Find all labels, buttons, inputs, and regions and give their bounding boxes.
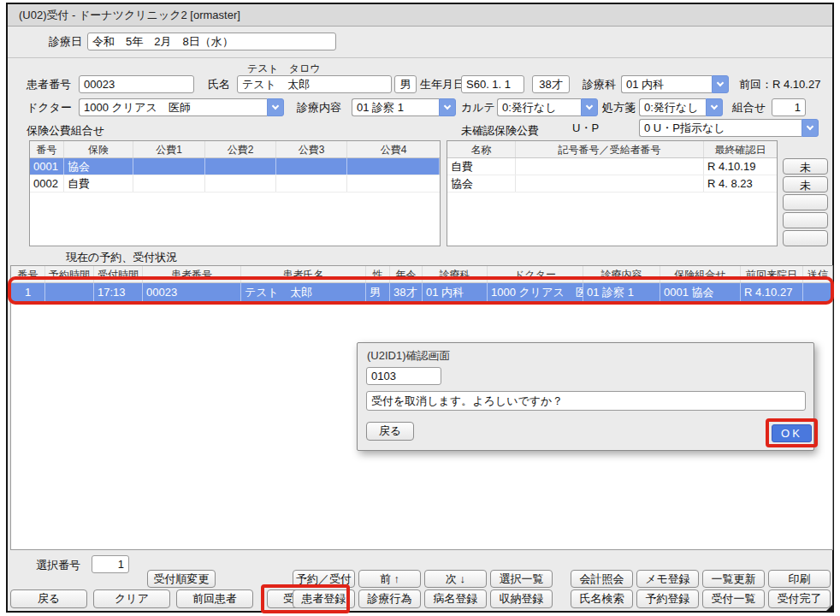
insurance-combo-table: 番号 保険 公費1 公費2 公費3 公費4 0001 協会 0002 自費 <box>29 140 441 246</box>
unconfirmed-table: 名称 記号番号／受給者番号 最終確認日 自費 R 4.10.19 協会 R 4.… <box>447 140 778 246</box>
table-row[interactable]: 0001 協会 <box>30 158 440 175</box>
col-sex: 性 <box>366 266 390 282</box>
col-no: 番号 <box>11 266 45 282</box>
doctor-label: ドクター <box>27 98 72 116</box>
content-dropdown[interactable]: 01 診察 1 <box>352 98 456 116</box>
up-dropdown[interactable]: 0 U・P指示なし <box>639 119 819 137</box>
content-label: 診療内容 <box>297 98 341 116</box>
cell-no: 0001 <box>30 158 64 175</box>
chevron-down-icon <box>586 103 593 110</box>
clear-button[interactable]: クリア <box>93 589 170 608</box>
karte-dropdown[interactable]: 0:発行なし <box>497 98 598 116</box>
unconfirmed-flag-button[interactable]: 未 <box>783 176 828 192</box>
cell-accept-time: 17:13 <box>94 283 143 301</box>
prescription-dropdown[interactable]: 0:発行なし <box>639 98 723 116</box>
title-bar: (U02)受付 - ドーナツクリニック2 [ormaster] <box>8 4 832 27</box>
doctor-value: 1000 クリアス 医師 <box>79 98 267 116</box>
dialog-back-button[interactable]: 戻る <box>366 422 414 441</box>
department-dropdown-arrow[interactable] <box>712 75 729 93</box>
cell-age: 38才 <box>390 283 423 301</box>
table-row[interactable]: 協会 R 4. 8.23 <box>447 175 777 192</box>
app-window: (U02)受付 - ドーナツクリニック2 [ormaster] 診療日 令和 5… <box>6 3 834 613</box>
cell-reserve-time <box>45 283 94 301</box>
department-dropdown[interactable]: 01 内科 <box>621 75 729 93</box>
exam-date-field[interactable]: 令和 5年 2月 8日（水） <box>87 33 336 50</box>
reception-list-button[interactable]: 受付一覧 <box>702 589 765 608</box>
cell-no: 0002 <box>30 175 64 192</box>
back-button[interactable]: 戻る <box>10 589 87 608</box>
col-patient-name: 患者氏名 <box>241 266 366 282</box>
content-dropdown-arrow[interactable] <box>439 98 456 116</box>
dialog-ok-button[interactable]: OK <box>772 424 812 442</box>
col-kohi4: 公費4 <box>347 141 440 157</box>
cell-kohi2 <box>205 175 276 192</box>
reserve-register-button[interactable]: 予約登録 <box>636 589 699 608</box>
col-last-confirmed: 最終確認日 <box>704 141 777 157</box>
cell-patient-no: 00023 <box>143 283 241 301</box>
header-separator <box>8 57 832 58</box>
window-title: (U02)受付 - ドーナツクリニック2 [ormaster] <box>19 9 240 21</box>
cell-symbol-number <box>516 158 704 175</box>
unconfirmed-header: 名称 記号番号／受給者番号 最終確認日 <box>447 141 777 158</box>
chevron-down-icon <box>272 103 279 110</box>
unconfirmed-flag-button-empty[interactable] <box>783 230 828 246</box>
reception-done-button[interactable]: 受付完了 <box>768 589 831 608</box>
memo-register-button[interactable]: メモ登録 <box>636 570 699 588</box>
reserve-reception-button[interactable]: 予約／受付 <box>293 570 355 588</box>
age-field: 38才 <box>532 75 570 93</box>
doctor-dropdown-arrow[interactable] <box>267 98 284 116</box>
birth-date-label: 生年月日 <box>420 75 464 93</box>
table-row[interactable]: 自費 R 4.10.19 <box>447 158 777 175</box>
dialog-code-field[interactable]: 0103 <box>366 367 441 385</box>
karte-value: 0:発行なし <box>497 98 581 116</box>
cell-sex: 男 <box>366 283 390 301</box>
disease-register-button[interactable]: 病名登録 <box>424 589 487 608</box>
confirm-dialog: (U2ID1)確認画面 0103 受付を取消します。よろしいですか？ 戻る OK <box>357 342 814 451</box>
print-button[interactable]: 印刷 <box>768 570 831 588</box>
karte-dropdown-arrow[interactable] <box>581 98 598 116</box>
cell-department: 01 内科 <box>423 283 488 301</box>
cell-kohi4 <box>347 175 440 192</box>
cell-name: 協会 <box>447 175 516 192</box>
cell-last-confirmed: R 4.10.19 <box>704 158 777 175</box>
birth-date-field[interactable]: S60. 1. 1 <box>461 75 524 93</box>
resize-grip[interactable] <box>825 603 834 613</box>
reception-title: 現在の予約、受付状況 <box>66 248 177 266</box>
cell-last-visit: R 4.10.27 <box>741 283 803 301</box>
selection-number-field[interactable]: 1 <box>92 555 129 573</box>
reorder-button[interactable]: 受付順変更 <box>147 570 216 588</box>
unconfirmed-flag-button-empty[interactable] <box>783 194 828 210</box>
col-symbol-number: 記号番号／受給者番号 <box>516 141 704 157</box>
cell-patient-name: テスト 太郎 <box>241 283 366 301</box>
up-dropdown-arrow[interactable] <box>802 119 819 137</box>
account-inquiry-button[interactable]: 会計照会 <box>571 570 633 588</box>
patient-number-field[interactable]: 00023 <box>79 75 194 93</box>
table-row[interactable]: 0002 自費 <box>30 175 440 192</box>
unconfirmed-flag-button-empty[interactable] <box>783 212 828 228</box>
unconfirmed-flag-button[interactable]: 未 <box>783 158 828 175</box>
prev-button[interactable]: 前 ↑ <box>358 570 421 588</box>
prescription-dropdown-arrow[interactable] <box>706 98 723 116</box>
next-button[interactable]: 次 ↓ <box>424 570 487 588</box>
reception-header: 番号 予約時間 受付時間 患者番号 患者氏名 性 年令 診療科 ドクター 診療内… <box>11 266 832 283</box>
medical-act-button[interactable]: 診療行為 <box>358 589 421 608</box>
list-update-button[interactable]: 一覧更新 <box>702 570 765 588</box>
cell-kohi3 <box>276 158 347 175</box>
karte-label: カルテ <box>461 98 495 116</box>
patient-name-field[interactable]: テスト 太郎 <box>237 75 392 93</box>
prev-patient-button[interactable]: 前回患者 <box>176 589 253 608</box>
cell-kohi4 <box>347 158 440 175</box>
col-name: 名称 <box>447 141 516 157</box>
name-search-button[interactable]: 氏名検索 <box>571 589 633 608</box>
cell-kohi1 <box>133 175 205 192</box>
patient-register-button[interactable]: 患者登録 <box>293 589 355 608</box>
payment-register-button[interactable]: 収納登録 <box>490 589 553 608</box>
dialog-message: 受付を取消します。よろしいですか？ <box>366 391 806 411</box>
doctor-dropdown[interactable]: 1000 クリアス 医師 <box>79 98 284 116</box>
reception-row[interactable]: 1 17:13 00023 テスト 太郎 男 38才 01 内科 1000 クリ… <box>11 283 832 302</box>
combination-field[interactable]: 1 <box>772 98 806 116</box>
col-accept-time: 受付時間 <box>94 266 143 282</box>
col-content: 診療内容 <box>583 266 660 282</box>
select-list-button[interactable]: 選択一覧 <box>490 570 553 588</box>
col-insurance-combo: 保険組合せ <box>660 266 741 282</box>
